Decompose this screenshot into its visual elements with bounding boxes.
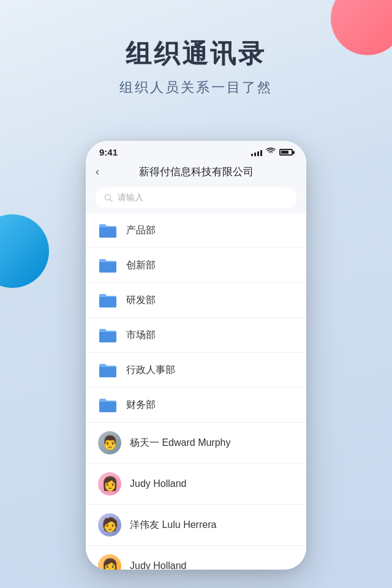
nav-bar: ‹ 薪得付信息科技有限公司 xyxy=(86,161,306,185)
signal-bar-3 xyxy=(257,151,259,156)
department-list: 产品部 创新部 研发部 市场部 行政人事部 xyxy=(86,213,306,423)
contact-item[interactable]: 👨 杨天一 Edward Murphy xyxy=(86,423,306,464)
signal-bar-1 xyxy=(251,154,253,156)
wifi-icon xyxy=(266,148,276,157)
department-item[interactable]: 创新部 xyxy=(86,248,306,283)
signal-bar-4 xyxy=(260,150,262,156)
back-button[interactable]: ‹ xyxy=(96,165,114,178)
folder-icon xyxy=(98,326,118,344)
department-name: 行政人事部 xyxy=(126,364,175,377)
signal-icon xyxy=(251,149,262,156)
avatar: 👩 xyxy=(98,554,121,570)
signal-bar-2 xyxy=(254,153,256,156)
department-item[interactable]: 市场部 xyxy=(86,318,306,353)
nav-title: 薪得付信息科技有限公司 xyxy=(114,165,278,179)
avatar: 🧑 xyxy=(98,513,121,537)
folder-icon xyxy=(98,257,118,274)
avatar-face: 👩 xyxy=(102,477,118,491)
contact-name: 洋伟友 Lulu Herrera xyxy=(130,519,216,532)
search-placeholder: 请输入 xyxy=(118,192,143,203)
folder-icon xyxy=(98,361,118,379)
battery-fill xyxy=(281,151,288,154)
status-icons xyxy=(251,148,293,157)
phone-mockup: 9:41 ‹ 薪得付信息科技有限公司 xyxy=(86,141,306,570)
search-icon xyxy=(104,194,113,202)
contact-name: 杨天一 Edward Murphy xyxy=(130,437,231,450)
svg-line-1 xyxy=(110,200,113,202)
contact-list: 👨 杨天一 Edward Murphy 👩 Judy Holland 🧑 洋伟友… xyxy=(86,423,306,570)
contact-item[interactable]: 👩 Judy Holland xyxy=(86,464,306,505)
department-name: 财务部 xyxy=(126,399,156,412)
status-time: 9:41 xyxy=(99,147,118,157)
department-item[interactable]: 行政人事部 xyxy=(86,353,306,388)
department-name: 产品部 xyxy=(126,224,156,237)
header-section: 组织通讯录 组织人员关系一目了然 xyxy=(0,0,392,115)
avatar-face: 👨 xyxy=(102,436,118,450)
avatar: 👨 xyxy=(98,431,121,454)
bg-decoration-left xyxy=(0,214,49,288)
avatar-face: 🧑 xyxy=(102,518,118,532)
contact-name: Judy Holland xyxy=(130,560,187,570)
list-container: 产品部 创新部 研发部 市场部 行政人事部 xyxy=(86,213,306,570)
folder-icon xyxy=(98,292,118,309)
search-bar[interactable]: 请输入 xyxy=(96,187,296,208)
department-name: 市场部 xyxy=(126,329,156,342)
department-item[interactable]: 财务部 xyxy=(86,388,306,423)
sub-title: 组织人员关系一目了然 xyxy=(0,78,392,97)
avatar: 👩 xyxy=(98,472,121,496)
folder-icon xyxy=(98,222,118,239)
status-bar: 9:41 xyxy=(86,141,306,161)
contact-item[interactable]: 🧑 洋伟友 Lulu Herrera xyxy=(86,505,306,546)
contact-item[interactable]: 👩 Judy Holland xyxy=(86,546,306,570)
department-item[interactable]: 研发部 xyxy=(86,283,306,318)
department-name: 研发部 xyxy=(126,294,156,307)
main-title: 组织通讯录 xyxy=(0,37,392,71)
department-name: 创新部 xyxy=(126,259,156,272)
department-item[interactable]: 产品部 xyxy=(86,213,306,248)
folder-icon xyxy=(98,396,118,413)
battery-icon xyxy=(279,149,293,156)
avatar-face: 👩 xyxy=(102,559,118,570)
contact-name: Judy Holland xyxy=(130,478,187,489)
